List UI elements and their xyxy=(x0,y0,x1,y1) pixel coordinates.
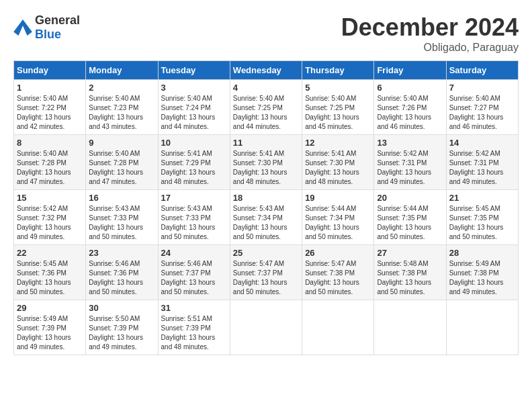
calendar-table: Sunday Monday Tuesday Wednesday Thursday… xyxy=(13,60,519,355)
logo: General Blue xyxy=(13,13,80,42)
day-number: 22 xyxy=(17,248,83,258)
calendar-cell: 2 Sunrise: 5:40 AM Sunset: 7:23 PM Dayli… xyxy=(86,80,158,135)
sunrise-text: Sunrise: 5:43 AM xyxy=(89,205,140,212)
day-info: Sunrise: 5:46 AM Sunset: 7:36 PM Dayligh… xyxy=(89,259,154,297)
day-number: 17 xyxy=(161,193,227,203)
sunset-text: Sunset: 7:30 PM xyxy=(305,159,355,167)
calendar-cell xyxy=(374,300,446,355)
day-info: Sunrise: 5:50 AM Sunset: 7:39 PM Dayligh… xyxy=(89,314,154,352)
sunrise-text: Sunrise: 5:40 AM xyxy=(233,95,284,102)
day-number: 14 xyxy=(449,138,515,148)
day-info: Sunrise: 5:43 AM Sunset: 7:33 PM Dayligh… xyxy=(161,204,227,242)
day-info: Sunrise: 5:40 AM Sunset: 7:26 PM Dayligh… xyxy=(377,94,443,132)
sunset-text: Sunset: 7:28 PM xyxy=(89,159,138,167)
day-number: 16 xyxy=(89,193,154,203)
sunrise-text: Sunrise: 5:40 AM xyxy=(377,95,428,102)
sunrise-text: Sunrise: 5:43 AM xyxy=(233,205,284,212)
header-thursday: Thursday xyxy=(302,61,374,80)
daylight-text: Daylight: 13 hours and 49 minutes. xyxy=(377,169,431,185)
day-info: Sunrise: 5:49 AM Sunset: 7:39 PM Dayligh… xyxy=(17,314,83,352)
sunset-text: Sunset: 7:39 PM xyxy=(17,324,66,332)
day-number: 29 xyxy=(17,303,83,313)
day-number: 19 xyxy=(305,193,371,203)
calendar-cell: 27 Sunrise: 5:48 AM Sunset: 7:38 PM Dayl… xyxy=(374,245,446,300)
sunrise-text: Sunrise: 5:41 AM xyxy=(161,150,212,157)
daylight-text: Daylight: 13 hours and 48 minutes. xyxy=(233,169,287,185)
day-number: 30 xyxy=(89,303,154,313)
day-number: 27 xyxy=(377,248,443,258)
svg-marker-0 xyxy=(13,19,32,36)
day-number: 11 xyxy=(233,138,299,148)
day-info: Sunrise: 5:43 AM Sunset: 7:33 PM Dayligh… xyxy=(89,204,154,242)
day-info: Sunrise: 5:47 AM Sunset: 7:38 PM Dayligh… xyxy=(305,259,371,297)
calendar-body: 1 Sunrise: 5:40 AM Sunset: 7:22 PM Dayli… xyxy=(14,80,519,355)
sunset-text: Sunset: 7:30 PM xyxy=(233,159,283,167)
sunset-text: Sunset: 7:29 PM xyxy=(161,159,211,167)
day-info: Sunrise: 5:43 AM Sunset: 7:34 PM Dayligh… xyxy=(233,204,299,242)
daylight-text: Daylight: 13 hours and 45 minutes. xyxy=(305,113,359,130)
day-number: 6 xyxy=(377,83,443,93)
header-friday: Friday xyxy=(374,61,446,80)
day-number: 21 xyxy=(449,193,515,203)
day-info: Sunrise: 5:40 AM Sunset: 7:25 PM Dayligh… xyxy=(305,94,371,132)
sunset-text: Sunset: 7:34 PM xyxy=(305,214,355,222)
day-number: 24 xyxy=(161,248,227,258)
sunrise-text: Sunrise: 5:41 AM xyxy=(233,150,284,157)
daylight-text: Daylight: 13 hours and 50 minutes. xyxy=(305,279,359,295)
day-number: 15 xyxy=(17,193,83,203)
day-number: 20 xyxy=(377,193,443,203)
header-wednesday: Wednesday xyxy=(230,61,302,80)
header-sunday: Sunday xyxy=(14,61,86,80)
calendar-cell: 17 Sunrise: 5:43 AM Sunset: 7:33 PM Dayl… xyxy=(158,190,230,245)
calendar-cell: 6 Sunrise: 5:40 AM Sunset: 7:26 PM Dayli… xyxy=(374,80,446,135)
sunset-text: Sunset: 7:33 PM xyxy=(161,214,211,222)
daylight-text: Daylight: 13 hours and 47 minutes. xyxy=(17,169,71,185)
sunset-text: Sunset: 7:22 PM xyxy=(17,104,66,111)
day-info: Sunrise: 5:51 AM Sunset: 7:39 PM Dayligh… xyxy=(161,314,227,352)
sunrise-text: Sunrise: 5:47 AM xyxy=(305,260,356,267)
day-number: 31 xyxy=(161,303,227,313)
sunset-text: Sunset: 7:38 PM xyxy=(449,269,499,277)
sunset-text: Sunset: 7:35 PM xyxy=(377,214,427,222)
daylight-text: Daylight: 13 hours and 50 minutes. xyxy=(305,224,359,240)
calendar-cell: 30 Sunrise: 5:50 AM Sunset: 7:39 PM Dayl… xyxy=(86,300,158,355)
day-number: 12 xyxy=(305,138,371,148)
sunrise-text: Sunrise: 5:51 AM xyxy=(161,315,212,322)
calendar-cell: 12 Sunrise: 5:41 AM Sunset: 7:30 PM Dayl… xyxy=(302,135,374,190)
calendar-cell: 22 Sunrise: 5:45 AM Sunset: 7:36 PM Dayl… xyxy=(14,245,86,300)
sunset-text: Sunset: 7:31 PM xyxy=(377,159,427,167)
day-number: 13 xyxy=(377,138,443,148)
sunrise-text: Sunrise: 5:45 AM xyxy=(17,260,68,267)
calendar-cell: 10 Sunrise: 5:41 AM Sunset: 7:29 PM Dayl… xyxy=(158,135,230,190)
daylight-text: Daylight: 13 hours and 47 minutes. xyxy=(89,169,143,185)
day-number: 9 xyxy=(89,138,154,148)
daylight-text: Daylight: 13 hours and 50 minutes. xyxy=(377,279,431,295)
calendar-row: 1 Sunrise: 5:40 AM Sunset: 7:22 PM Dayli… xyxy=(14,80,519,135)
sunset-text: Sunset: 7:39 PM xyxy=(89,324,138,332)
daylight-text: Daylight: 13 hours and 44 minutes. xyxy=(161,113,216,130)
daylight-text: Daylight: 13 hours and 48 minutes. xyxy=(305,169,359,185)
sunrise-text: Sunrise: 5:42 AM xyxy=(17,205,68,212)
location-subtitle: Obligado, Paraguay xyxy=(341,42,519,54)
calendar-cell: 23 Sunrise: 5:46 AM Sunset: 7:36 PM Dayl… xyxy=(86,245,158,300)
daylight-text: Daylight: 13 hours and 50 minutes. xyxy=(233,279,287,295)
page-header: General Blue December 2024 Obligado, Par… xyxy=(13,13,519,54)
sunrise-text: Sunrise: 5:46 AM xyxy=(161,260,212,267)
daylight-text: Daylight: 13 hours and 50 minutes. xyxy=(89,279,143,295)
sunrise-text: Sunrise: 5:42 AM xyxy=(449,150,500,157)
daylight-text: Daylight: 13 hours and 50 minutes. xyxy=(161,224,216,240)
daylight-text: Daylight: 13 hours and 49 minutes. xyxy=(17,334,71,351)
header-tuesday: Tuesday xyxy=(158,61,230,80)
sunset-text: Sunset: 7:38 PM xyxy=(305,269,355,277)
daylight-text: Daylight: 13 hours and 48 minutes. xyxy=(161,334,216,351)
month-title: December 2024 xyxy=(341,13,519,42)
sunset-text: Sunset: 7:39 PM xyxy=(161,324,211,332)
calendar-cell: 21 Sunrise: 5:45 AM Sunset: 7:35 PM Dayl… xyxy=(446,190,518,245)
day-info: Sunrise: 5:41 AM Sunset: 7:29 PM Dayligh… xyxy=(161,149,227,187)
calendar-row: 15 Sunrise: 5:42 AM Sunset: 7:32 PM Dayl… xyxy=(14,190,519,245)
sunrise-text: Sunrise: 5:49 AM xyxy=(17,315,68,322)
sunset-text: Sunset: 7:32 PM xyxy=(17,214,66,222)
day-number: 28 xyxy=(449,248,515,258)
daylight-text: Daylight: 13 hours and 50 minutes. xyxy=(89,224,143,240)
sunrise-text: Sunrise: 5:40 AM xyxy=(161,95,212,102)
